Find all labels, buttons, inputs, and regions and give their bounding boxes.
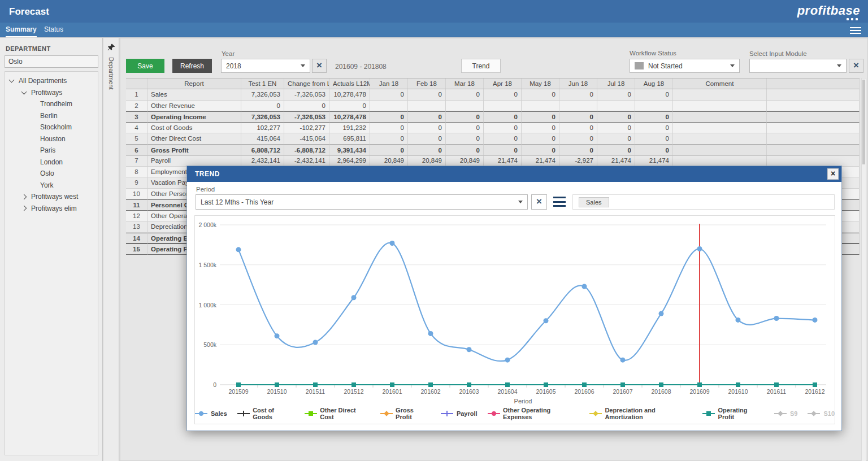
column-header[interactable] — [767, 79, 860, 89]
tree-item-profitways[interactable]: Profitways — [5, 87, 98, 99]
value-cell[interactable]: 0 — [635, 89, 673, 101]
tree-item-york[interactable]: York — [5, 180, 98, 192]
tab-summary[interactable]: Summary — [6, 23, 37, 37]
legend-item-s9[interactable]: S9 — [774, 410, 797, 417]
value-cell[interactable]: 10,278,478 — [329, 111, 370, 123]
value-cell[interactable]: 415,064 — [241, 133, 284, 145]
value-cell[interactable] — [370, 101, 408, 112]
value-cell[interactable]: 0 — [559, 123, 597, 134]
value-cell[interactable]: 0 — [635, 111, 673, 123]
value-cell[interactable]: 21,474 — [484, 155, 522, 167]
comment-cell[interactable] — [673, 89, 767, 101]
value-cell[interactable]: 0 — [522, 123, 559, 134]
close-icon[interactable]: × — [827, 168, 839, 180]
column-header[interactable]: Report — [147, 79, 241, 89]
value-cell[interactable]: 0 — [370, 145, 408, 156]
tree-item-profitways-west[interactable]: Profitways west — [5, 191, 98, 203]
value-cell[interactable] — [559, 101, 597, 112]
period-dropdown[interactable]: Last 12 Mths - This Year — [196, 194, 528, 210]
legend-item-s10[interactable]: S10 — [808, 410, 835, 417]
legend-item-sales[interactable]: Sales — [195, 410, 227, 417]
legend-item-cost-of-goods[interactable]: Cost of Goods — [237, 407, 294, 420]
value-cell[interactable]: -102,277 — [284, 123, 329, 134]
tree-item-profitways-elim[interactable]: Profitways elim — [5, 203, 98, 215]
value-cell[interactable]: 0 — [559, 89, 597, 101]
column-header[interactable]: Comment — [673, 79, 767, 89]
value-cell[interactable]: 695,811 — [329, 133, 370, 145]
value-cell[interactable]: 191,232 — [329, 123, 370, 134]
tree-item-paris[interactable]: Paris — [5, 145, 98, 156]
value-cell[interactable]: 0 — [559, 111, 597, 123]
trend-button[interactable]: Trend — [461, 59, 501, 73]
value-cell[interactable]: 2,432,141 — [241, 155, 284, 167]
legend-item-other-direct-cost[interactable]: Other Direct Cost — [305, 407, 370, 420]
value-cell[interactable]: 0 — [446, 89, 484, 101]
value-cell[interactable]: -7,326,053 — [284, 89, 329, 101]
column-header[interactable]: Change from LY — [284, 79, 329, 89]
value-cell[interactable]: -2,927 — [559, 155, 597, 167]
value-cell[interactable]: 0 — [597, 123, 635, 134]
comment-cell[interactable] — [673, 155, 767, 167]
column-header[interactable]: Actuals L12M — [329, 79, 370, 89]
chevron-down-icon[interactable] — [9, 77, 15, 83]
tree-item-oslo[interactable]: Oslo — [5, 168, 98, 180]
value-cell[interactable]: 0 — [522, 111, 559, 123]
value-cell[interactable]: 0 — [559, 145, 597, 156]
column-header[interactable]: Jul 18 — [597, 79, 635, 89]
value-cell[interactable]: 2,964,299 — [329, 155, 370, 167]
value-cell[interactable] — [484, 101, 522, 112]
value-cell[interactable]: 0 — [370, 123, 408, 134]
value-cell[interactable]: 0 — [446, 111, 484, 123]
value-cell[interactable]: 0 — [597, 111, 635, 123]
value-cell[interactable]: 0 — [408, 89, 446, 101]
column-header[interactable]: May 18 — [522, 79, 559, 89]
value-cell[interactable]: 0 — [635, 145, 673, 156]
value-cell[interactable] — [408, 101, 446, 112]
value-cell[interactable]: 0 — [484, 89, 522, 101]
chevron-right-icon[interactable] — [21, 206, 27, 211]
value-cell[interactable]: 0 — [597, 89, 635, 101]
value-cell[interactable]: 21,474 — [597, 155, 635, 167]
value-cell[interactable]: 0 — [446, 123, 484, 134]
value-cell[interactable]: 102,277 — [241, 123, 284, 134]
value-cell[interactable]: 0 — [484, 145, 522, 156]
clear-input-module-button[interactable]: × — [849, 59, 863, 73]
column-header[interactable] — [126, 79, 147, 89]
value-cell[interactable]: 0 — [484, 133, 522, 145]
value-cell[interactable]: 0 — [241, 101, 284, 112]
scrollbar-thumb[interactable] — [862, 80, 865, 164]
value-cell[interactable]: 21,474 — [522, 155, 559, 167]
value-cell[interactable]: 0 — [408, 133, 446, 145]
legend-item-payroll[interactable]: Payroll — [441, 410, 478, 417]
legend-item-operating-profit[interactable]: Operating Profit — [702, 407, 764, 420]
strip-label[interactable]: Department — [108, 57, 115, 89]
input-module-dropdown[interactable] — [749, 59, 847, 73]
value-cell[interactable]: 7,326,053 — [241, 111, 284, 123]
chart-menu-icon[interactable] — [553, 197, 566, 207]
department-selected-input[interactable]: Oslo — [5, 55, 98, 68]
value-cell[interactable]: 0 — [370, 133, 408, 145]
value-cell[interactable]: 0 — [635, 133, 673, 145]
legend-item-depreciation-and-amortization[interactable]: Depreciation and Amortization — [589, 407, 692, 420]
value-cell[interactable] — [522, 101, 559, 112]
value-cell[interactable]: 0 — [484, 111, 522, 123]
menu-icon[interactable] — [850, 27, 861, 34]
value-cell[interactable]: 7,326,053 — [241, 89, 284, 101]
value-cell[interactable]: 0 — [284, 101, 329, 112]
value-cell[interactable]: 0 — [446, 133, 484, 145]
value-cell[interactable]: 0 — [408, 145, 446, 156]
value-cell[interactable]: 9,391,434 — [329, 145, 370, 156]
value-cell[interactable]: 0 — [522, 133, 559, 145]
legend-item-gross-profit[interactable]: Gross Profit — [380, 407, 431, 420]
legend-item-other-operating-expenses[interactable]: Other Operating Expenses — [488, 407, 579, 420]
value-cell[interactable]: 10,278,478 — [329, 89, 370, 101]
clear-year-button[interactable]: × — [312, 59, 327, 73]
chevron-down-icon[interactable] — [21, 89, 27, 94]
value-cell[interactable]: -2,432,141 — [284, 155, 329, 167]
column-header[interactable]: Aug 18 — [635, 79, 673, 89]
comment-cell[interactable] — [673, 133, 767, 145]
value-cell[interactable]: 0 — [408, 123, 446, 134]
column-header[interactable]: Apr 18 — [484, 79, 522, 89]
comment-cell[interactable] — [673, 101, 767, 112]
value-cell[interactable]: 0 — [597, 133, 635, 145]
